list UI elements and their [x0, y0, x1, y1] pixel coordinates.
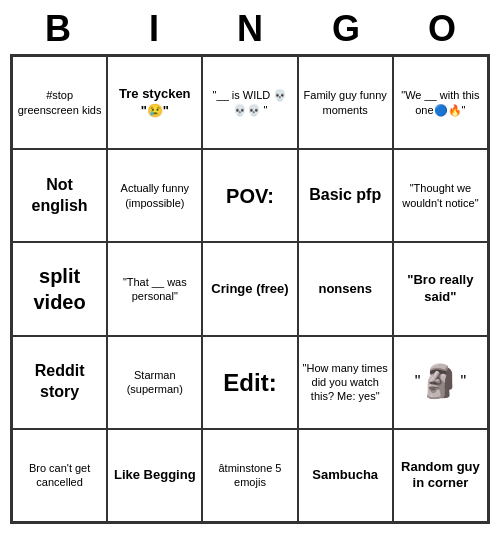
bingo-cell-18: "How many times did you watch this? Me: … — [298, 336, 393, 429]
bingo-cell-22: âtminstone 5 emojis — [202, 429, 297, 522]
bingo-cell-11: "That __ was personal" — [107, 242, 202, 335]
bingo-cell-16: Starman (superman) — [107, 336, 202, 429]
bingo-cell-8: Basic pfp — [298, 149, 393, 242]
letter-b: B — [14, 8, 102, 50]
bingo-cell-24: Random guy in corner — [393, 429, 488, 522]
bingo-cell-9: "Thought we wouldn't notice" — [393, 149, 488, 242]
bingo-cell-15: Reddit story — [12, 336, 107, 429]
bingo-cell-20: Bro can't get cancelled — [12, 429, 107, 522]
bingo-cell-7: POV: — [202, 149, 297, 242]
bingo-cell-14: "Bro really said" — [393, 242, 488, 335]
bingo-cell-12: Cringe (free) — [202, 242, 297, 335]
bingo-cell-10: split video — [12, 242, 107, 335]
letter-o: O — [398, 8, 486, 50]
bingo-cell-2: "__ is WILD 💀 💀💀 " — [202, 56, 297, 149]
letter-g: G — [302, 8, 390, 50]
bingo-cell-0: #stop greenscreen kids — [12, 56, 107, 149]
letter-n: N — [206, 8, 294, 50]
bingo-cell-21: Like Begging — [107, 429, 202, 522]
bingo-cell-19: " 🗿 " — [393, 336, 488, 429]
bingo-header: B I N G O — [10, 0, 490, 54]
bingo-cell-5: Not english — [12, 149, 107, 242]
letter-i: I — [110, 8, 198, 50]
bingo-cell-1: Tre stycken "😢" — [107, 56, 202, 149]
bingo-cell-6: Actually funny (impossible) — [107, 149, 202, 242]
bingo-cell-17: Edit: — [202, 336, 297, 429]
bingo-grid: #stop greenscreen kidsTre stycken "😢""__… — [10, 54, 490, 524]
bingo-cell-23: Sambucha — [298, 429, 393, 522]
bingo-cell-4: "We __ with this one🔵🔥" — [393, 56, 488, 149]
bingo-cell-13: nonsens — [298, 242, 393, 335]
bingo-cell-3: Family guy funny moments — [298, 56, 393, 149]
